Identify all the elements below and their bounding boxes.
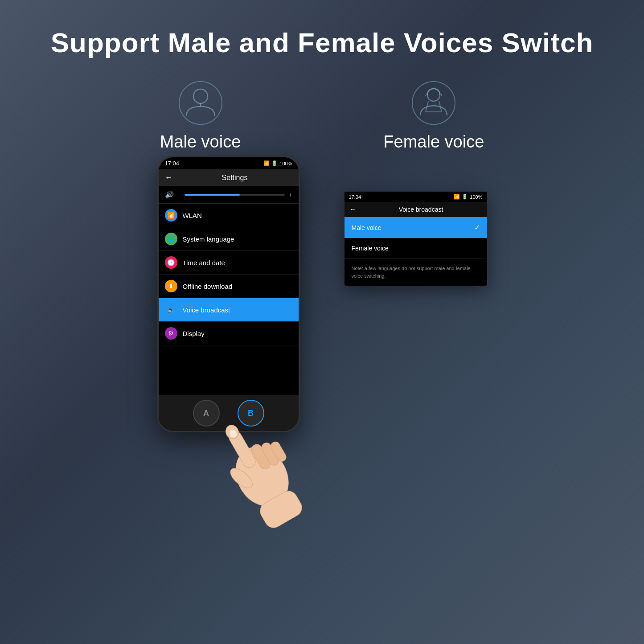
wlan-icon: 📶: [165, 209, 177, 222]
button-a[interactable]: A: [193, 400, 220, 427]
vp-title: Voice broadcast: [361, 206, 482, 213]
settings-screen-title: Settings: [177, 174, 292, 182]
display-icon: ⚙: [165, 327, 177, 340]
voice-panel-card: 17:04 📶 🔋 100% ← Voice broadcast Male vo…: [345, 192, 487, 286]
phone-status-bar: 17:04 📶 🔋 100%: [159, 157, 299, 169]
svg-rect-10: [269, 440, 287, 464]
phone-bottom-buttons: A B: [159, 395, 299, 431]
volume-bar[interactable]: [185, 194, 285, 196]
svg-rect-8: [249, 443, 272, 471]
female-person-icon: [411, 81, 456, 125]
back-arrow-icon[interactable]: ←: [165, 173, 173, 182]
voice-types-row: Male voice Female voice: [160, 81, 484, 152]
voice-broadcast-panel: 17:04 📶 🔋 100% ← Voice broadcast Male vo…: [345, 192, 487, 286]
settings-item-voice-broadcast[interactable]: 🔈 Voice broadcast: [159, 298, 299, 322]
offline-download-label: Offline download: [183, 283, 232, 290]
button-b[interactable]: B: [238, 400, 264, 427]
phone-screen: 17:04 📶 🔋 100% ← Settings 🔊: [159, 157, 299, 395]
page-header: Support Male and Female Voices Switch: [51, 0, 594, 72]
vp-female-voice-label: Female voice: [352, 245, 389, 252]
female-voice-item: Female voice: [383, 81, 484, 152]
system-language-label: System language: [183, 235, 234, 243]
settings-item-offline-download[interactable]: ⬇ Offline download: [159, 275, 299, 298]
vp-battery-percent: 100%: [470, 194, 482, 200]
voice-broadcast-icon: 🔈: [165, 304, 177, 316]
vp-male-voice-label: Male voice: [352, 224, 381, 231]
vp-status-icons: 📶 🔋 100%: [454, 194, 482, 200]
vp-back-arrow[interactable]: ←: [350, 205, 357, 213]
vp-wifi-icon: 📶: [454, 194, 460, 200]
svg-rect-6: [226, 429, 257, 470]
vp-option-female-voice[interactable]: Female voice: [345, 238, 487, 258]
svg-point-3: [412, 82, 455, 124]
vp-note: Note: a few languages do not support mal…: [345, 258, 487, 286]
battery-indicator: 🔋: [271, 160, 278, 166]
volume-control-row[interactable]: 🔊 − +: [159, 186, 299, 204]
svg-point-11: [227, 465, 255, 492]
time-icon: 🕐: [165, 256, 177, 269]
svg-rect-9: [259, 441, 280, 468]
vp-option-male-voice[interactable]: Male voice ✓: [345, 217, 487, 238]
display-label: Display: [183, 330, 205, 337]
female-voice-label: Female voice: [383, 132, 484, 152]
language-icon: 🌐: [165, 233, 177, 245]
voice-broadcast-label: Voice broadcast: [183, 306, 230, 314]
phone-header-bar: ← Settings: [159, 169, 299, 186]
svg-rect-12: [257, 488, 305, 531]
download-icon: ⬇: [165, 280, 177, 292]
male-voice-item: Male voice: [160, 81, 241, 152]
vp-header: ← Voice broadcast: [345, 202, 487, 217]
volume-minus-button[interactable]: −: [177, 191, 181, 198]
button-a-label: A: [203, 409, 209, 418]
vp-battery-icon: 🔋: [462, 194, 468, 200]
time-and-date-label: Time and date: [183, 259, 225, 267]
phone-status-icons: 📶 🔋 100%: [263, 160, 292, 166]
volume-plus-button[interactable]: +: [288, 191, 292, 198]
page-title: Support Male and Female Voices Switch: [51, 27, 594, 58]
vp-status-bar: 17:04 📶 🔋 100%: [345, 192, 487, 202]
vp-time: 17:04: [349, 194, 361, 200]
vp-check-icon: ✓: [474, 223, 480, 232]
wlan-label: WLAN: [183, 212, 202, 219]
svg-point-5: [225, 437, 299, 516]
settings-item-display[interactable]: ⚙ Display: [159, 322, 299, 345]
svg-point-1: [193, 89, 208, 103]
volume-bar-fill: [185, 194, 240, 196]
phone-device: 17:04 📶 🔋 100% ← Settings 🔊: [157, 156, 300, 432]
phone-time: 17:04: [165, 160, 180, 167]
button-b-label: B: [248, 409, 254, 418]
settings-item-time-and-date[interactable]: 🕐 Time and date: [159, 251, 299, 275]
wifi-icon: 📶: [263, 160, 270, 166]
phone-device-wrapper: 17:04 📶 🔋 100% ← Settings 🔊: [157, 156, 300, 432]
volume-icon: 🔊: [165, 190, 174, 199]
devices-row: 17:04 📶 🔋 100% ← Settings 🔊: [157, 156, 487, 432]
male-voice-label: Male voice: [160, 132, 241, 152]
male-person-icon: [178, 81, 223, 125]
settings-item-system-language[interactable]: 🌐 System language: [159, 227, 299, 251]
settings-item-wlan[interactable]: 📶 WLAN: [159, 204, 299, 227]
battery-percent: 100%: [279, 161, 292, 166]
